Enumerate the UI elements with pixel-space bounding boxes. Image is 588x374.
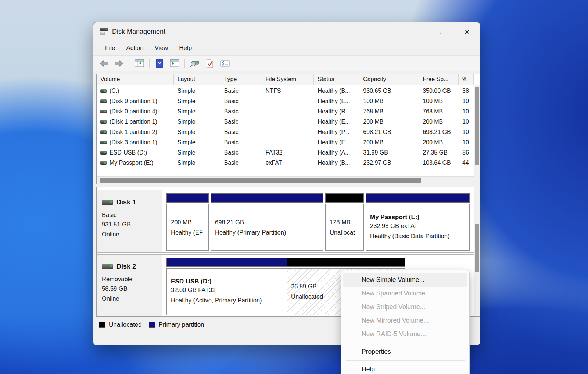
partition-status: Healthy (Primary Partition) [215, 228, 323, 237]
menu-separator [346, 360, 465, 361]
disk-info-panel[interactable]: Disk 2 Removable 58.59 GB Online [97, 255, 162, 316]
column-header-file-system[interactable]: File System [262, 74, 314, 85]
cell-volume: (Disk 0 partition 4) [110, 108, 157, 115]
cell-free-space: 768 MB [419, 106, 459, 117]
titlebar[interactable]: Disk Management [93, 22, 480, 41]
menu-view[interactable]: View [149, 43, 174, 54]
menu-help[interactable]: Help [173, 43, 197, 54]
column-header-status[interactable]: Status [314, 74, 359, 85]
column-header-volume[interactable]: Volume [97, 74, 174, 85]
partition-block[interactable]: 698.21 GB Healthy (Primary Partition) [211, 193, 323, 251]
cell-free-space: 350.00 GB [419, 86, 459, 96]
cell-volume: My Passport (E:) [110, 160, 153, 166]
partition-size: 232.98 GB exFAT [370, 221, 469, 231]
cell-file-system: exFAT [262, 158, 314, 168]
cell-percent: 10 [459, 96, 474, 106]
table-row[interactable]: My Passport (E:) Simple Basic exFAT Heal… [97, 158, 474, 168]
cell-layout: Simple [174, 158, 220, 168]
rescan-disks-icon [190, 59, 200, 68]
show-action-pane-button[interactable] [168, 58, 181, 69]
help-button[interactable]: ? [153, 58, 166, 69]
cell-layout: Simple [174, 137, 220, 148]
cell-layout: Simple [174, 148, 220, 158]
checklist-button[interactable] [219, 58, 231, 69]
partition-color-bar [166, 258, 288, 267]
partition-block-unallocated[interactable]: 128 MB Unallocat [325, 193, 364, 251]
menu-action[interactable]: Action [121, 43, 149, 54]
cell-type: Basic [220, 148, 262, 158]
scrollbar-thumb[interactable] [475, 87, 479, 165]
maximize-button[interactable] [430, 26, 447, 38]
scrollbar-thumb[interactable] [100, 178, 421, 183]
cell-volume: (Disk 1 partition 1) [110, 119, 157, 125]
volume-rows: (C:) Simple Basic NTFS Healthy (B... 930… [97, 86, 474, 176]
table-horizontal-scrollbar[interactable] [97, 176, 474, 184]
disk-name: Disk 1 [116, 199, 136, 206]
table-row[interactable]: (C:) Simple Basic NTFS Healthy (B... 930… [97, 86, 474, 96]
back-button[interactable] [98, 58, 110, 69]
disk-icon [102, 264, 113, 269]
toolbar-separator [129, 59, 129, 68]
partition-block[interactable]: My Passport (E:) 232.98 GB exFAT Healthy… [366, 193, 470, 251]
forward-button[interactable] [113, 58, 125, 69]
menu-item-help[interactable]: Help [343, 363, 467, 374]
graphical-pane-scrollbar[interactable] [474, 187, 480, 316]
partition-block[interactable]: 200 MB Healthy (EF [166, 193, 209, 251]
column-header-capacity[interactable]: Capacity [359, 74, 419, 85]
volume-icon [100, 130, 107, 134]
help-icon: ? [156, 59, 163, 68]
table-row[interactable]: (Disk 1 partition 2) Simple Basic Health… [97, 127, 474, 137]
cell-percent: 10 [459, 137, 474, 148]
column-header-free-space[interactable]: Free Sp... [419, 74, 459, 85]
menu-file[interactable]: File [100, 43, 121, 54]
cell-status: Healthy (R... [314, 106, 359, 117]
check-document-button[interactable] [204, 58, 216, 69]
volume-icon [100, 120, 107, 124]
menu-item-properties[interactable]: Properties [343, 345, 467, 359]
column-header-percent[interactable]: % [459, 74, 474, 85]
close-button[interactable] [459, 26, 476, 38]
partition-block[interactable]: ESD-USB (D:) 32.00 GB FAT32 Healthy (Act… [166, 258, 288, 315]
back-icon [99, 60, 109, 67]
menu-item-new-raid5-volume: New RAID-5 Volume... [343, 327, 467, 341]
cell-percent: 10 [459, 106, 474, 117]
cell-file-system: FAT32 [262, 148, 314, 158]
table-row[interactable]: (Disk 0 partition 1) Simple Basic Health… [97, 96, 474, 106]
cell-status: Healthy (E... [314, 117, 359, 127]
partition-color-bar [325, 193, 364, 203]
checklist-icon [220, 60, 230, 67]
maximize-icon [437, 30, 441, 34]
table-vertical-scrollbar[interactable] [474, 85, 480, 176]
disk-management-app-icon [99, 27, 109, 36]
partition-color-bar [287, 258, 405, 267]
disk-size: 931.51 GB [102, 219, 162, 229]
cell-volume: (Disk 0 partition 1) [110, 98, 157, 105]
svg-text:?: ? [158, 60, 161, 66]
menu-item-new-simple-volume[interactable]: New Simple Volume... [343, 273, 467, 287]
legend-swatch-primary-partition [149, 322, 155, 328]
close-icon [465, 29, 470, 35]
table-row[interactable]: (Disk 3 partition 1) Simple Basic Health… [97, 137, 474, 148]
show-console-tree-button[interactable] [133, 58, 146, 69]
scrollbar-thumb[interactable] [475, 224, 479, 272]
rescan-disks-button[interactable] [189, 58, 201, 69]
desktop: { "window": { "title": "Disk Management"… [0, 0, 588, 374]
check-document-icon [206, 59, 214, 68]
cell-type: Basic [220, 96, 262, 106]
column-header-layout[interactable]: Layout [174, 74, 220, 85]
disk-info-panel[interactable]: Disk 1 Basic 931.51 GB Online [97, 190, 162, 252]
column-header-type[interactable]: Type [220, 74, 262, 85]
toolbar-separator [184, 59, 185, 68]
cell-capacity: 232.97 GB [359, 158, 419, 168]
table-row[interactable]: (Disk 0 partition 4) Simple Basic Health… [97, 106, 474, 117]
table-row[interactable]: (Disk 1 partition 1) Simple Basic Health… [97, 117, 474, 127]
cell-layout: Simple [174, 127, 220, 137]
volume-icon [100, 89, 107, 93]
cell-layout: Simple [174, 86, 220, 96]
cell-volume: (C:) [110, 88, 119, 94]
partition-size: 32.00 GB FAT32 [171, 285, 287, 295]
table-row[interactable]: ESD-USB (D:) Simple Basic FAT32 Healthy … [97, 148, 474, 158]
cell-type: Basic [220, 127, 262, 137]
minimize-button[interactable] [402, 26, 419, 38]
cell-capacity: 768 MB [359, 106, 419, 117]
